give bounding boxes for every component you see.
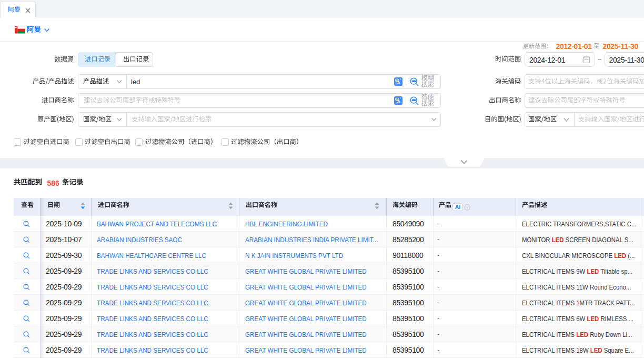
- svg-text:AI: AI: [455, 204, 461, 210]
